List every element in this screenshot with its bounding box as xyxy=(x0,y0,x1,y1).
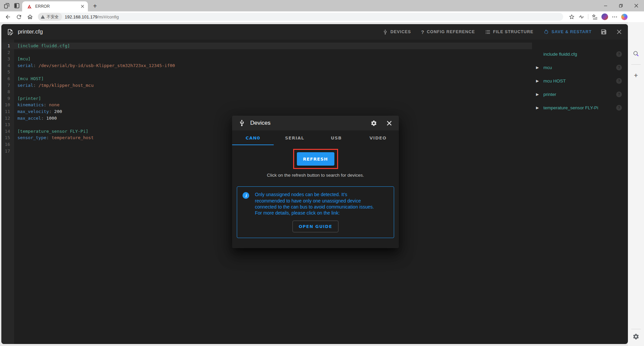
home-icon[interactable] xyxy=(27,14,33,20)
save-icon[interactable] xyxy=(600,28,607,35)
config-outline-sidebar: include fluidd.cfg?▶mcu?▶mcu HOST?▶print… xyxy=(532,40,628,344)
favorite-star-icon[interactable] xyxy=(569,14,575,20)
code-text xyxy=(14,141,17,148)
code-text: [mcu HOST] xyxy=(14,75,44,82)
code-text xyxy=(14,69,17,75)
code-text: [mcu] xyxy=(14,56,31,62)
browser-essentials-icon[interactable] xyxy=(578,14,585,20)
line-number: 9 xyxy=(1,95,14,102)
outline-item[interactable]: ▶mcu? xyxy=(532,61,628,74)
code-text xyxy=(14,89,17,95)
security-chip[interactable]: 不安全 xyxy=(38,13,62,21)
editor-toolbar: DEVICES ? CONFIG REFERENCE FILE STRUCTUR… xyxy=(372,28,623,35)
dialog-title: Devices xyxy=(250,120,270,126)
info-icon: i xyxy=(243,192,249,199)
sidebar-search-icon[interactable] xyxy=(633,50,639,57)
refresh-button[interactable]: REFRESH xyxy=(297,152,334,166)
config-editor-header: printer.cfg DEVICES ? CONFIG REFERENCE F… xyxy=(1,24,628,40)
expand-arrow-icon[interactable]: ▶ xyxy=(536,106,541,110)
sidebar-settings-gear-icon[interactable] xyxy=(633,333,639,340)
workspaces-icon[interactable] xyxy=(3,2,10,9)
line-number: 11 xyxy=(1,108,14,115)
refresh-page-icon[interactable] xyxy=(16,14,22,20)
outline-help-icon[interactable]: ? xyxy=(616,65,622,70)
devices-tab-can0[interactable]: CAN0 xyxy=(232,130,274,145)
address-bar[interactable]: 不安全 192.168.101.179/m/#/config xyxy=(38,13,563,21)
question-mark-icon: ? xyxy=(421,29,424,35)
file-structure-button[interactable]: FILE STRUCTURE xyxy=(485,29,533,35)
code-text: serial: /dev/serial/by-id/usb-Klipper_st… xyxy=(14,62,175,69)
tab-close-icon[interactable] xyxy=(80,4,85,9)
code-line[interactable]: 5 xyxy=(1,69,532,75)
back-icon[interactable] xyxy=(5,14,11,20)
list-icon xyxy=(485,29,491,35)
outline-help-icon[interactable]: ? xyxy=(616,105,622,111)
code-line[interactable]: 1[include fluidd.cfg] xyxy=(1,43,532,49)
devices-button[interactable]: DEVICES xyxy=(382,29,411,35)
line-number: 1 xyxy=(1,43,14,49)
outline-item[interactable]: ▶temperature_sensor FLY-Pi? xyxy=(532,101,628,114)
line-number: 15 xyxy=(1,134,14,141)
code-line[interactable]: 10kinematics: none xyxy=(1,102,532,108)
code-text: [include fluidd.cfg] xyxy=(14,43,70,49)
more-menu-icon[interactable] xyxy=(611,14,618,20)
outline-help-icon[interactable]: ? xyxy=(616,92,622,97)
expand-arrow-icon[interactable]: ▶ xyxy=(536,92,541,97)
sidebar-divider-bottom xyxy=(631,329,641,329)
line-number: 13 xyxy=(1,121,14,128)
code-text xyxy=(14,121,17,128)
code-line[interactable]: 4serial: /dev/serial/by-id/usb-Klipper_s… xyxy=(1,62,532,69)
toolbar-right-icons xyxy=(565,13,631,20)
code-text: [temperature_sensor FLY-Pi] xyxy=(14,128,88,135)
devices-tab-usb[interactable]: USB xyxy=(316,130,357,145)
code-line[interactable]: 2 xyxy=(1,49,532,56)
code-line[interactable]: 9[printer] xyxy=(1,95,532,102)
code-text xyxy=(14,148,17,155)
outline-help-icon[interactable]: ? xyxy=(616,51,622,57)
code-line[interactable]: 8 xyxy=(1,89,532,95)
outline-item[interactable]: include fluidd.cfg? xyxy=(532,47,628,61)
tab-title: ERROR xyxy=(35,4,80,9)
outline-item[interactable]: ▶printer? xyxy=(532,88,628,101)
outline-item[interactable]: ▶mcu HOST? xyxy=(532,74,628,88)
code-line[interactable]: 7serial: /tmp/klipper_host_mcu xyxy=(1,82,532,89)
outline-help-icon[interactable]: ? xyxy=(616,78,622,84)
code-line[interactable]: 6[mcu HOST] xyxy=(1,75,532,82)
settings-gear-icon[interactable] xyxy=(371,120,377,126)
code-line[interactable]: 11max_velocity: 200 xyxy=(1,108,532,115)
devices-tab-video[interactable]: VIDEO xyxy=(357,130,399,145)
warning-icon xyxy=(41,15,45,19)
new-tab-button[interactable]: + xyxy=(91,3,99,10)
toolbar-divider xyxy=(588,14,588,19)
profile-avatar[interactable] xyxy=(601,13,608,20)
line-number: 2 xyxy=(1,49,14,56)
window-close-button[interactable] xyxy=(629,0,644,11)
sidebar-divider xyxy=(631,64,641,65)
line-number: 5 xyxy=(1,69,14,75)
file-title: printer.cfg xyxy=(18,28,43,35)
annotation-highlight: REFRESH xyxy=(293,149,338,169)
outline-item-label: mcu xyxy=(543,65,552,70)
restore-button[interactable] xyxy=(613,0,629,11)
devices-tab-serial[interactable]: SERIAL xyxy=(274,130,315,145)
open-guide-button[interactable]: OPEN GUIDE xyxy=(292,221,338,232)
copilot-icon[interactable] xyxy=(621,14,628,20)
config-reference-button[interactable]: ? CONFIG REFERENCE xyxy=(421,29,475,35)
devices-label: DEVICES xyxy=(390,30,411,34)
tab-actions-icon[interactable] xyxy=(13,2,20,9)
favorites-bar-icon[interactable] xyxy=(592,14,598,20)
line-number: 14 xyxy=(1,128,14,135)
outline-item-label: mcu HOST xyxy=(543,78,566,83)
sidebar-add-button[interactable]: + xyxy=(632,72,640,79)
expand-arrow-icon[interactable]: ▶ xyxy=(536,79,541,83)
url-host: 192.168.101.179 xyxy=(65,14,98,19)
browser-tab[interactable]: ERROR xyxy=(22,1,88,11)
code-line[interactable]: 3[mcu] xyxy=(1,56,532,62)
expand-arrow-icon[interactable]: ▶ xyxy=(536,65,541,70)
line-number: 17 xyxy=(1,148,14,155)
editor-close-icon[interactable] xyxy=(616,28,623,35)
minimize-button[interactable] xyxy=(598,0,613,11)
save-restart-button[interactable]: SAVE & RESTART xyxy=(543,29,592,35)
dialog-close-icon[interactable] xyxy=(386,120,393,127)
line-number: 10 xyxy=(1,102,14,108)
